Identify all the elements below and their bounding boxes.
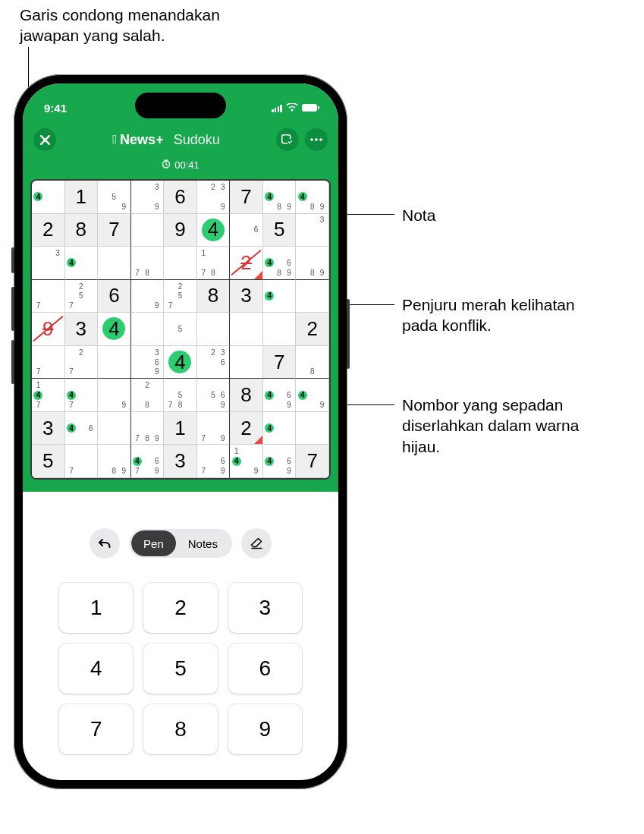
cell-r2-c8[interactable]: 89 (296, 247, 329, 280)
cell-r2-c3[interactable]: 78 (131, 247, 165, 280)
cell-r3-c3[interactable]: 9 (131, 280, 165, 313)
cell-r6-c0[interactable]: 147 (32, 379, 65, 412)
cell-r0-c3[interactable]: 39 (131, 181, 165, 214)
cell-r3-c0[interactable]: 7 (32, 280, 65, 313)
cell-r6-c6[interactable]: 8 (230, 379, 263, 412)
cell-r0-c7[interactable]: 489 (263, 181, 297, 214)
cell-r6-c5[interactable]: 569 (197, 379, 231, 412)
cell-r7-c8[interactable] (296, 412, 329, 445)
cell-r0-c2[interactable]: 59 (98, 181, 131, 214)
cell-r5-c1[interactable]: 27 (65, 346, 99, 379)
cell-r3-c8[interactable] (296, 280, 329, 313)
cell-r2-c5[interactable]: 178 (197, 247, 231, 280)
cell-r2-c2[interactable] (98, 247, 131, 280)
check-button[interactable] (276, 128, 299, 151)
mode-notes[interactable]: Notes (176, 530, 230, 556)
cell-r2-c0[interactable]: 3 (32, 247, 65, 280)
key-2[interactable]: 2 (143, 583, 217, 633)
cell-r7-c3[interactable]: 789 (131, 412, 165, 445)
cell-r3-c4[interactable]: 257 (164, 280, 197, 313)
cell-r4-c2[interactable]: 4 (98, 313, 131, 346)
cell-r1-c0[interactable]: 2 (32, 214, 65, 247)
cell-r6-c4[interactable]: 578 (164, 379, 197, 412)
cell-r5-c8[interactable]: 8 (296, 346, 329, 379)
cell-r8-c0[interactable]: 5 (32, 445, 65, 478)
cell-r6-c3[interactable]: 28 (131, 379, 165, 412)
cell-r1-c4[interactable]: 9 (164, 214, 197, 247)
cell-r4-c4[interactable]: 5 (164, 313, 197, 346)
cell-r5-c3[interactable]: 369 (131, 346, 165, 379)
cell-r6-c2[interactable]: 9 (98, 379, 131, 412)
more-button[interactable] (305, 128, 328, 151)
undo-button[interactable] (90, 528, 120, 559)
key-4[interactable]: 4 (59, 644, 133, 694)
cell-r8-c8[interactable]: 7 (296, 445, 329, 478)
key-7[interactable]: 7 (59, 704, 133, 754)
cell-r8-c2[interactable]: 89 (98, 445, 131, 478)
cell-r1-c7[interactable]: 5 (263, 214, 297, 247)
key-8[interactable]: 8 (143, 704, 217, 754)
cell-r3-c6[interactable]: 3 (230, 280, 263, 313)
cell-r7-c1[interactable]: 46 (65, 412, 99, 445)
cell-r0-c0[interactable]: 4 (32, 181, 65, 214)
cell-r1-c6[interactable]: 6 (230, 214, 263, 247)
key-3[interactable]: 3 (228, 583, 302, 633)
wifi-icon (286, 103, 298, 112)
cell-r1-c2[interactable]: 7 (98, 214, 131, 247)
cell-r4-c7[interactable] (263, 313, 297, 346)
cell-r0-c4[interactable]: 6 (164, 181, 197, 214)
cell-r8-c4[interactable]: 3 (164, 445, 197, 478)
cell-r8-c1[interactable]: 7 (65, 445, 99, 478)
cell-r1-c8[interactable]: 3 (296, 214, 329, 247)
cell-r8-c3[interactable]: 4679 (131, 445, 165, 478)
mode-pen[interactable]: Pen (131, 530, 176, 556)
cell-r0-c6[interactable]: 7 (230, 181, 263, 214)
cell-r3-c2[interactable]: 6 (98, 280, 131, 313)
cell-r3-c7[interactable]: 4 (263, 280, 297, 313)
cell-r6-c7[interactable]: 469 (263, 379, 297, 412)
cell-r2-c1[interactable]: 4 (65, 247, 99, 280)
cell-r5-c6[interactable] (230, 346, 263, 379)
cell-r8-c5[interactable]: 679 (197, 445, 231, 478)
cell-r4-c8[interactable]: 2 (296, 313, 329, 346)
key-5[interactable]: 5 (143, 644, 217, 694)
cell-r1-c3[interactable] (131, 214, 165, 247)
cell-r6-c1[interactable]: 47 (65, 379, 99, 412)
key-6[interactable]: 6 (228, 644, 302, 694)
cell-r2-c4[interactable] (164, 247, 197, 280)
cell-r5-c7[interactable]: 7 (263, 346, 297, 379)
key-1[interactable]: 1 (59, 583, 133, 633)
cell-r5-c2[interactable] (98, 346, 131, 379)
cell-r1-c1[interactable]: 8 (65, 214, 99, 247)
cell-r1-c5[interactable]: 4 (197, 214, 231, 247)
cell-notes: 59 (99, 182, 129, 212)
cell-r0-c5[interactable]: 239 (197, 181, 231, 214)
cell-r5-c5[interactable]: 236 (197, 346, 231, 379)
cell-r4-c1[interactable]: 3 (65, 313, 99, 346)
close-button[interactable] (33, 128, 56, 151)
cell-r7-c2[interactable] (98, 412, 131, 445)
cell-r6-c8[interactable]: 49 (296, 379, 329, 412)
cell-r2-c6[interactable]: 2 (230, 247, 263, 280)
erase-button[interactable] (241, 528, 272, 559)
cell-r7-c0[interactable]: 3 (32, 412, 65, 445)
cell-r4-c3[interactable] (131, 313, 165, 346)
cell-r0-c1[interactable]: 1 (65, 181, 99, 214)
cell-r7-c5[interactable]: 79 (197, 412, 231, 445)
cell-r3-c5[interactable]: 8 (197, 280, 231, 313)
cell-r7-c7[interactable]: 4 (263, 412, 297, 445)
sudoku-board[interactable]: 4159396239748948928794653347817824689897… (30, 179, 331, 480)
cell-r7-c6[interactable]: 2 (230, 412, 263, 445)
cell-r3-c1[interactable]: 257 (65, 280, 99, 313)
cell-r8-c7[interactable]: 469 (263, 445, 297, 478)
key-9[interactable]: 9 (228, 704, 302, 754)
cell-r2-c7[interactable]: 4689 (263, 247, 297, 280)
cell-r8-c6[interactable]: 149 (230, 445, 263, 478)
cell-r4-c0[interactable]: 9 (32, 313, 65, 346)
cell-r5-c4[interactable]: 4 (164, 346, 197, 379)
cell-r4-c6[interactable] (230, 313, 263, 346)
cell-r7-c4[interactable]: 1 (164, 412, 197, 445)
cell-r0-c8[interactable]: 489 (296, 181, 329, 214)
cell-r5-c0[interactable]: 7 (32, 346, 65, 379)
cell-r4-c5[interactable] (197, 313, 231, 346)
